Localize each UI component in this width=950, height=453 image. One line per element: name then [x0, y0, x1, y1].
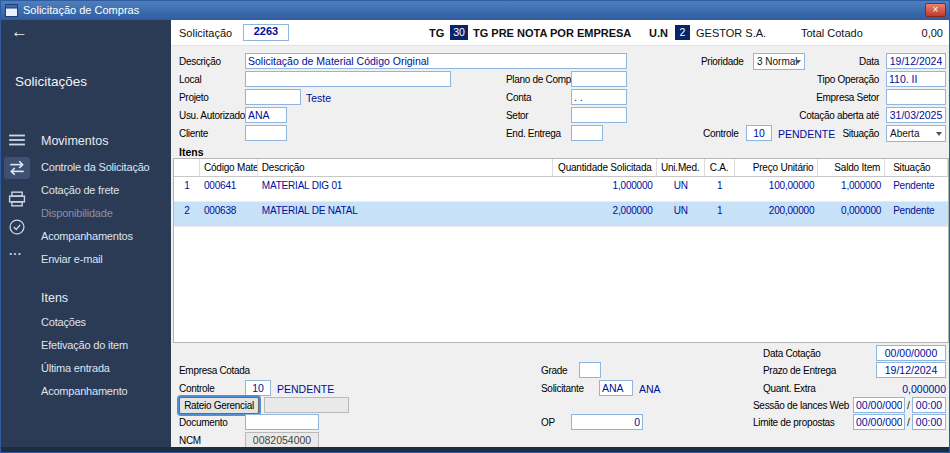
descricao-input[interactable] [245, 53, 627, 69]
data-label: Data [859, 56, 879, 67]
rateio-gerencial-field [264, 397, 349, 413]
sidebar-item-acompanhamento[interactable]: Acompanhamento [41, 385, 127, 397]
swap-arrows-icon[interactable] [8, 160, 26, 176]
col-codigo-material: Código Material [200, 159, 258, 176]
solicitacao-number-field[interactable]: 2263 [243, 24, 289, 41]
data-input[interactable] [886, 53, 946, 69]
limite-propostas-time-input[interactable] [912, 414, 946, 430]
solicitante-label: Solicitante [541, 383, 584, 394]
setor-label: Setor [506, 110, 528, 121]
tipo-operacao-input[interactable] [886, 71, 946, 87]
check-circle-icon[interactable] [8, 219, 26, 235]
window-title: Solicitação de Compras [23, 4, 139, 16]
quant-extra-label: Quant. Extra [763, 383, 816, 394]
documento-label: Documento [179, 417, 227, 428]
sessao-lances-time-input[interactable] [912, 397, 946, 413]
situacao-select[interactable]: Aberta [886, 125, 946, 142]
solicitante-input[interactable] [599, 380, 633, 396]
chevron-down-icon [936, 132, 942, 136]
movimentos-heading: Movimentos [41, 134, 108, 148]
printer-icon[interactable] [8, 191, 26, 207]
cell-row-number: 1 [174, 177, 200, 201]
close-icon[interactable]: × [925, 3, 946, 17]
title-bar: Solicitação de Compras × [1, 1, 949, 20]
situacao-label: Situação [842, 128, 879, 139]
rateio-gerencial-button[interactable]: Rateio Gerencial [179, 397, 259, 414]
sidebar-item-controle-solicitacao[interactable]: Controle da Solicitação [41, 161, 150, 173]
conta-label: Conta [506, 92, 531, 103]
footer-controle-input[interactable] [245, 380, 271, 396]
grade-label: Grade [541, 365, 567, 376]
limite-propostas-separator: / [907, 416, 910, 428]
table-row-selected[interactable]: 2 000638 MATERIAL DE NATAL 2,000000 UN 1… [174, 202, 948, 227]
cell-ca: 1 [705, 202, 735, 226]
un-description: GESTOR S.A. [696, 27, 766, 39]
projeto-input[interactable] [245, 89, 301, 105]
empresa-setor-input[interactable] [886, 89, 946, 105]
projeto-label: Projeto [179, 92, 209, 103]
quant-extra-value: 0,000000 [876, 383, 946, 395]
cell-descricao: MATERIAL DE NATAL [258, 202, 553, 226]
cell-unimed: UN [657, 202, 705, 226]
grade-input[interactable] [579, 362, 601, 378]
prazo-entrega-label: Prazo de Entrega [763, 365, 836, 376]
sidebar-item-cotacao-frete[interactable]: Cotação de frete [41, 184, 119, 196]
controle-input[interactable] [746, 125, 772, 141]
usu-autorizado-input[interactable] [245, 107, 287, 123]
cotacao-aberta-input[interactable] [886, 107, 946, 123]
ncm-input [245, 432, 319, 448]
projeto-description: Teste [306, 92, 331, 104]
col-descricao: Descrição [258, 159, 553, 176]
sidebar-item-efetivacao-item[interactable]: Efetivação do item [41, 339, 128, 351]
data-cotacao-label: Data Cotação [763, 348, 821, 359]
un-label: U.N [649, 27, 668, 39]
situacao-value: Aberta [890, 128, 919, 139]
sidebar-item-disponibilidade: Disponibilidade [41, 207, 113, 219]
sidebar-item-cotacoes[interactable]: Cotações [41, 316, 86, 328]
op-input[interactable] [571, 414, 643, 430]
itens-section-label: Itens [179, 146, 204, 158]
col-preco-unitario: Preço Unitário [735, 159, 819, 176]
sidebar: Solicitações ... Movimentos Controle da … [1, 46, 171, 447]
limite-propostas-date-input[interactable] [853, 414, 905, 430]
grid-header-row: Código Material Descrição Quantidade Sol… [174, 159, 948, 177]
plano-compras-input[interactable] [571, 71, 627, 87]
conta-input[interactable] [571, 89, 627, 105]
controle-status: PENDENTE [778, 128, 835, 140]
cell-row-number: 2 [174, 202, 200, 226]
table-row[interactable]: 1 000641 MATERIAL DIG 01 1,000000 UN 1 1… [174, 177, 948, 202]
cell-descricao: MATERIAL DIG 01 [258, 177, 553, 201]
local-input[interactable] [245, 71, 451, 87]
app-icon [5, 4, 18, 17]
tipo-operacao-label: Tipo Operação [817, 74, 879, 85]
total-cotado-value: 0,00 [922, 27, 943, 39]
descricao-label: Descrição [179, 56, 221, 67]
setor-input[interactable] [571, 107, 627, 123]
tg-label: TG [429, 27, 444, 39]
tg-value-field[interactable]: 30 [450, 25, 468, 40]
end-entrega-input[interactable] [571, 125, 603, 141]
sessao-lances-date-input[interactable] [853, 397, 905, 413]
limite-propostas-label: Limite de propostas [753, 417, 835, 428]
sidebar-item-acompanhamentos[interactable]: Acompanhamentos [41, 230, 133, 242]
prioridade-select[interactable]: 3 Normal [753, 53, 805, 70]
data-cotacao-input[interactable] [876, 345, 946, 361]
menu-icon[interactable] [8, 132, 26, 148]
un-value-field[interactable]: 2 [675, 25, 690, 40]
prazo-entrega-input[interactable] [876, 362, 946, 378]
col-situacao: Situação [885, 159, 948, 176]
end-entrega-label: End. Entrega [506, 128, 561, 139]
header-left-panel: ← [1, 20, 171, 46]
cell-codigo: 000641 [200, 177, 258, 201]
op-label: OP [541, 417, 555, 428]
cliente-input[interactable] [245, 125, 287, 141]
solicitacao-compras-window: Solicitação de Compras × ← Solicitação 2… [0, 0, 950, 453]
chevron-down-icon [795, 60, 801, 64]
prioridade-label: Prioridade [701, 56, 744, 67]
sidebar-item-enviar-email[interactable]: Enviar e-mail [41, 253, 103, 265]
documento-input[interactable] [245, 414, 319, 430]
sidebar-item-ultima-entrada[interactable]: Última entrada [41, 362, 110, 374]
back-arrow-icon[interactable]: ← [11, 22, 28, 42]
more-icon[interactable]: ... [9, 244, 22, 258]
col-row-number [174, 159, 200, 176]
